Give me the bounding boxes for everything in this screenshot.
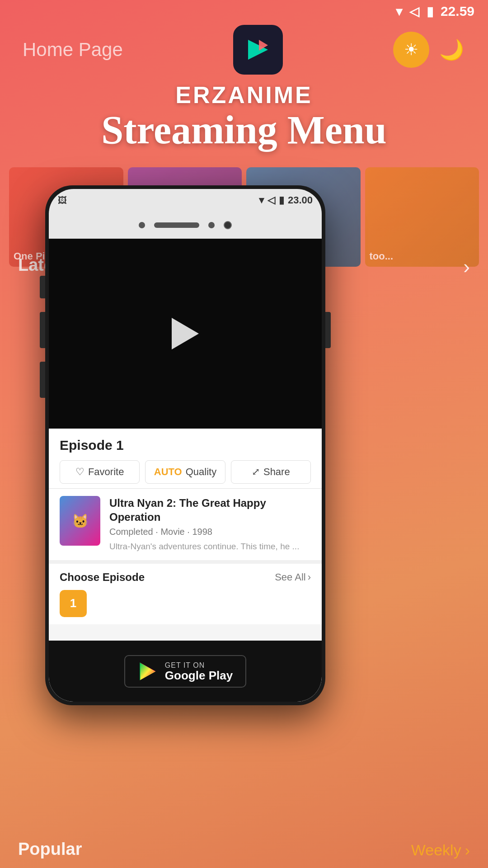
auto-label: AUTO <box>154 466 182 478</box>
front-sensor <box>139 222 145 228</box>
google-play-banner[interactable]: GET IT ON Google Play <box>49 641 322 702</box>
anime-info-text: Ultra Nyan 2: The Great Happy Operation … <box>109 496 311 553</box>
sun-symbol: ☀ <box>404 40 418 59</box>
popular-text: Popular <box>18 840 82 859</box>
phone-status-left: 🖼 <box>58 195 67 206</box>
app-logo[interactable] <box>233 25 283 75</box>
svg-marker-7 <box>140 663 155 679</box>
share-icon: ⤢ <box>252 466 260 478</box>
choose-episode-label: Choose Episode <box>60 571 145 584</box>
see-all-arrow: › <box>308 571 311 583</box>
google-play-logo-icon <box>138 661 158 681</box>
screen-content: Episode 1 ♡ Favorite AUTO Quality ⤢ Shar <box>49 239 322 702</box>
brand-subtitle: Streaming Menu <box>0 108 488 152</box>
video-player[interactable] <box>49 239 322 429</box>
favorite-label: Favorite <box>88 466 124 478</box>
phone-shell: 🖼 ▾ ◁ ▮ 23.00 <box>45 185 325 705</box>
power-button <box>325 312 331 348</box>
play-icon <box>172 318 199 349</box>
action-buttons: ♡ Favorite AUTO Quality ⤢ Share <box>60 460 311 484</box>
anime-title: Ultra Nyan 2: The Great Happy Operation <box>109 496 311 524</box>
app-bar: Home Page ☀ 🌙 <box>0 23 488 77</box>
phone-battery-icon: ▮ <box>279 194 284 206</box>
bg-card-4: too... <box>365 167 479 267</box>
header-icons: ☀ 🌙 <box>393 32 465 68</box>
status-bar: ▾ ◁ ▮ 22.59 <box>0 0 488 23</box>
volume-down-button <box>40 362 45 398</box>
google-play-store-label: Google Play <box>165 670 233 681</box>
moon-symbol: 🌙 <box>439 38 464 61</box>
svg-marker-0 <box>248 40 268 60</box>
play-button[interactable] <box>167 316 203 352</box>
earpiece <box>154 222 199 228</box>
anime-thumb-inner: 🐱 <box>60 496 100 546</box>
phone-image-icon: 🖼 <box>58 195 67 206</box>
latest-arrow[interactable]: › <box>463 255 470 278</box>
episode-section: Episode 1 ♡ Favorite AUTO Quality ⤢ Shar <box>49 429 322 489</box>
sun-icon[interactable]: ☀ <box>393 32 429 68</box>
anime-thumb-text: 🐱 <box>72 513 89 529</box>
phone-time: 23.00 <box>288 194 313 206</box>
signal-icon: ◁ <box>409 4 419 19</box>
quality-button[interactable]: AUTO Quality <box>145 460 225 484</box>
anime-thumbnail: 🐱 <box>60 496 100 546</box>
quality-label: Quality <box>186 466 216 478</box>
front-camera <box>208 222 215 228</box>
moon-icon[interactable]: 🌙 <box>438 36 465 63</box>
weekly-link[interactable]: Weekly › <box>411 841 470 859</box>
phone-status-right: ▾ ◁ ▮ 23.00 <box>259 194 313 206</box>
phone-signal-icon: ◁ <box>267 194 275 206</box>
brand-section: ERZANIME Streaming Menu <box>0 81 488 152</box>
anime-info-card[interactable]: 🐱 Ultra Nyan 2: The Great Happy Operatio… <box>49 489 322 564</box>
anime-meta: Completed · Movie · 1998 <box>109 527 311 537</box>
choose-episode-header: Choose Episode See All › <box>60 571 311 584</box>
get-it-on-label: GET IT ON <box>165 661 233 670</box>
phone-screen: 🖼 ▾ ◁ ▮ 23.00 <box>49 189 322 702</box>
phone-status-bar: 🖼 ▾ ◁ ▮ 23.00 <box>49 189 322 212</box>
see-all-link[interactable]: See All › <box>275 571 311 583</box>
phone-wifi-icon: ▾ <box>259 194 264 206</box>
heart-icon: ♡ <box>75 466 84 478</box>
phone-notch-area <box>49 212 322 239</box>
home-page-label: Home Page <box>23 39 123 61</box>
anime-description: Ultra-Nyan's adventures continue. This t… <box>109 541 311 553</box>
google-play-text: GET IT ON Google Play <box>165 661 233 681</box>
battery-icon: ▮ <box>427 4 433 19</box>
bg-card-4-title: too... <box>370 250 394 262</box>
popular-label: Popular <box>18 840 82 859</box>
weekly-text: Weekly <box>411 841 461 859</box>
volume-up-button <box>40 312 45 348</box>
favorite-button[interactable]: ♡ Favorite <box>60 460 140 484</box>
share-button[interactable]: ⤢ Share <box>231 460 311 484</box>
episode-number-badge[interactable]: 1 <box>60 590 87 617</box>
choose-episode-section: Choose Episode See All › 1 <box>49 564 322 624</box>
front-camera-lens <box>224 221 232 229</box>
google-play-button[interactable]: GET IT ON Google Play <box>124 655 246 688</box>
weekly-arrow: › <box>465 841 470 859</box>
silent-button <box>40 276 45 298</box>
brand-name: ERZANIME <box>0 81 488 108</box>
wifi-icon: ▾ <box>396 4 402 19</box>
see-all-text: See All <box>275 571 306 583</box>
status-time: 22.59 <box>441 4 474 19</box>
phone-mockup: 🖼 ▾ ◁ ▮ 23.00 <box>45 185 325 705</box>
share-label: Share <box>263 466 290 478</box>
episode-title: Episode 1 <box>60 438 311 453</box>
